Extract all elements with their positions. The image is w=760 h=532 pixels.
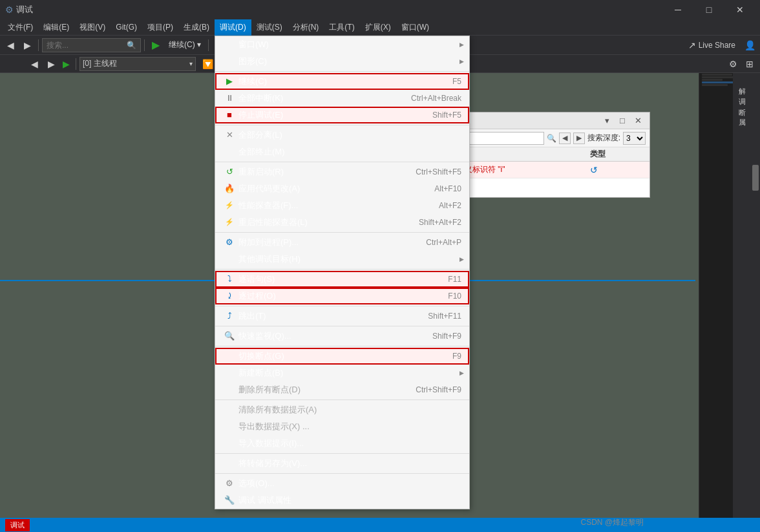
menu-item-continue[interactable]: ▶ 继续(C) F5 <box>215 73 469 90</box>
menu-item-detach-all[interactable]: ✕ 全部分离(L) <box>215 127 469 144</box>
sep9 <box>215 399 469 400</box>
chevron-down-icon: ▾ <box>189 60 193 67</box>
toolbar-continue-btn[interactable]: ▶ <box>148 37 164 53</box>
search-box[interactable]: 🔍 <box>42 38 141 52</box>
process-dropdown[interactable]: [0] 主线程 ▾ <box>79 57 196 71</box>
menu-window2[interactable]: 窗口(W) <box>396 19 434 36</box>
toggle-bp-icon <box>223 350 236 363</box>
import-tips-icon <box>223 437 236 450</box>
menu-item-new-breakpoint[interactable]: 新建断点(B) <box>215 365 469 381</box>
sidebar-label-4[interactable]: 属 <box>736 109 748 117</box>
title-bar-text: 调试 <box>16 4 33 16</box>
debug-expand-btn[interactable]: ⊞ <box>742 56 757 72</box>
new-bp-icon <box>223 367 236 379</box>
menu-item-perf-profiler[interactable]: ⚡ 性能探查器(F)... Alt+F2 <box>215 197 469 214</box>
step-out-icon: ⤴ <box>223 310 236 323</box>
scroll-thumb[interactable] <box>752 165 759 191</box>
menu-item-restart[interactable]: ↺ 重新启动(R) Ctrl+Shift+F5 <box>215 164 469 180</box>
window-icon <box>223 38 236 51</box>
sep5 <box>215 269 469 270</box>
menu-item-quick-watch[interactable]: 🔍 快速监视(Q)... Shift+F9 <box>215 328 469 345</box>
watch-search-icon: 🔍 <box>547 134 556 143</box>
menu-extensions[interactable]: 扩展(X) <box>360 19 396 36</box>
refresh-icon-0[interactable]: ↺ <box>590 165 598 175</box>
stop-icon: ■ <box>223 109 236 122</box>
sep1 <box>215 71 469 72</box>
gear-icon: ⚙ <box>223 477 236 490</box>
right-sidebar: 解 调 断 属 <box>733 73 751 532</box>
live-share-button[interactable]: ↗ Live Share <box>683 39 741 52</box>
toolbar-account-btn[interactable]: 👤 <box>742 37 757 53</box>
title-bar: ⚙ 调试 ─ □ ✕ <box>0 0 760 19</box>
watch-dropdown-btn[interactable]: ▾ <box>600 114 613 127</box>
minimap-line-5 <box>702 84 728 86</box>
watch-float-btn[interactable]: □ <box>616 114 629 127</box>
menu-item-debug-properties[interactable]: 🔧 调试 调试属性 <box>215 492 469 509</box>
menu-item-options[interactable]: ⚙ 选项(O)... <box>215 475 469 492</box>
delete-bp-icon <box>223 383 236 396</box>
menu-item-import-data-tips[interactable]: 导入数据提示(I)... <box>215 435 469 452</box>
debug-settings-btn[interactable]: ⚙ <box>725 56 741 72</box>
watch-col-type: 类型 <box>585 149 649 160</box>
search-input[interactable] <box>47 41 124 50</box>
menu-item-other-targets[interactable]: 其他调试目标(H) <box>215 251 469 268</box>
sep10 <box>215 453 469 454</box>
menu-item-graphics[interactable]: 图形(C) <box>215 53 469 70</box>
watch-depth-select[interactable]: 3 1 2 5 <box>623 132 646 145</box>
live-share-label: Live Share <box>699 41 735 50</box>
debug-continue-play-icon: ▶ <box>63 59 70 69</box>
watch-nav-back-btn[interactable]: ◀ <box>559 133 571 144</box>
sidebar-label-1[interactable]: 解 <box>736 78 748 86</box>
menu-test[interactable]: 测试(S) <box>251 19 288 36</box>
menu-git[interactable]: Git(G) <box>111 19 142 36</box>
menu-tools[interactable]: 工具(T) <box>324 19 359 36</box>
menu-item-apply-code[interactable]: 🔥 应用代码更改(A) Alt+F10 <box>215 180 469 197</box>
vertical-scrollbar[interactable] <box>751 73 760 532</box>
menu-item-terminate-all[interactable]: 全部终止(M) <box>215 144 469 160</box>
menu-item-step-over[interactable]: ⤸ 逐过程(O) F10 <box>215 288 469 304</box>
menu-item-attach-process[interactable]: ⚙ 附加到进程(P)... Ctrl+Alt+P <box>215 234 469 251</box>
other-targets-icon <box>223 253 236 266</box>
debug-toolbar-nav1[interactable]: ◀ <box>26 56 42 72</box>
restart-icon: ↺ <box>223 165 236 178</box>
menu-item-step-into[interactable]: ⤵ 逐语句(S) F11 <box>215 271 469 288</box>
menu-item-save-dump[interactable]: 将转储另存为(V)... <box>215 455 469 472</box>
step-into-icon: ⤵ <box>223 273 236 286</box>
flame-icon: 🔥 <box>223 182 236 195</box>
menu-view[interactable]: 视图(V) <box>74 19 111 36</box>
watch-nav-forward-btn[interactable]: ▶ <box>573 133 585 144</box>
minimize-button[interactable]: ─ <box>663 0 693 19</box>
menu-project[interactable]: 项目(P) <box>142 19 178 36</box>
debug-dropdown-menu: 窗口(W) 图形(C) ▶ 继续(C) F5 ⏸ 全部中断(K) Ctrl+Al… <box>215 36 470 509</box>
sep8 <box>215 346 469 346</box>
toolbar-btn-1[interactable]: ◀ <box>3 37 18 53</box>
menu-file[interactable]: 文件(F) <box>3 19 38 36</box>
toolbar-sep-3 <box>208 39 209 51</box>
menu-item-stop-debug[interactable]: ■ 停止调试(E) Shift+F5 <box>215 107 469 123</box>
menu-item-clear-data-tips: 清除所有数据提示(A) <box>215 401 469 418</box>
title-bar-left: ⚙ 调试 <box>5 4 33 16</box>
watch-close-btn[interactable]: ✕ <box>631 114 644 127</box>
sidebar-label-2[interactable]: 调 <box>736 89 748 96</box>
sep7 <box>215 326 469 326</box>
debug-filter-btn[interactable]: 🔽 <box>200 56 215 72</box>
menu-item-step-out[interactable]: ⤴ 跳出(T) Shift+F11 <box>215 308 469 325</box>
menu-item-toggle-breakpoint[interactable]: 切换断点(G) F9 <box>215 348 469 365</box>
minimap-line-4 <box>702 81 737 83</box>
menu-analyze[interactable]: 分析(N) <box>288 19 324 36</box>
debug-sep-1 <box>76 58 76 70</box>
menu-debug[interactable]: 调试(D) 窗口(W) 图形(C) ▶ 继续(C) F5 ⏸ <box>215 19 251 36</box>
debug-toolbar-nav2[interactable]: ▶ <box>43 56 59 72</box>
menu-build[interactable]: 生成(B) <box>178 19 215 36</box>
menu-item-restart-perf[interactable]: ⚡ 重启性能探查器(L) Shift+Alt+F2 <box>215 214 469 231</box>
minimap-line-3 <box>702 79 723 81</box>
menu-item-break-all[interactable]: ⏸ 全部中断(K) Ctrl+Alt+Break <box>215 90 469 107</box>
close-button[interactable]: ✕ <box>725 0 755 19</box>
sidebar-label-3[interactable]: 断 <box>736 99 748 107</box>
toolbar-btn-2[interactable]: ▶ <box>19 37 35 53</box>
live-share-icon: ↗ <box>688 40 696 50</box>
menu-edit[interactable]: 编辑(E) <box>38 19 74 36</box>
sep6 <box>215 306 469 306</box>
maximize-button[interactable]: □ <box>694 0 724 19</box>
menu-item-window[interactable]: 窗口(W) <box>215 36 469 53</box>
